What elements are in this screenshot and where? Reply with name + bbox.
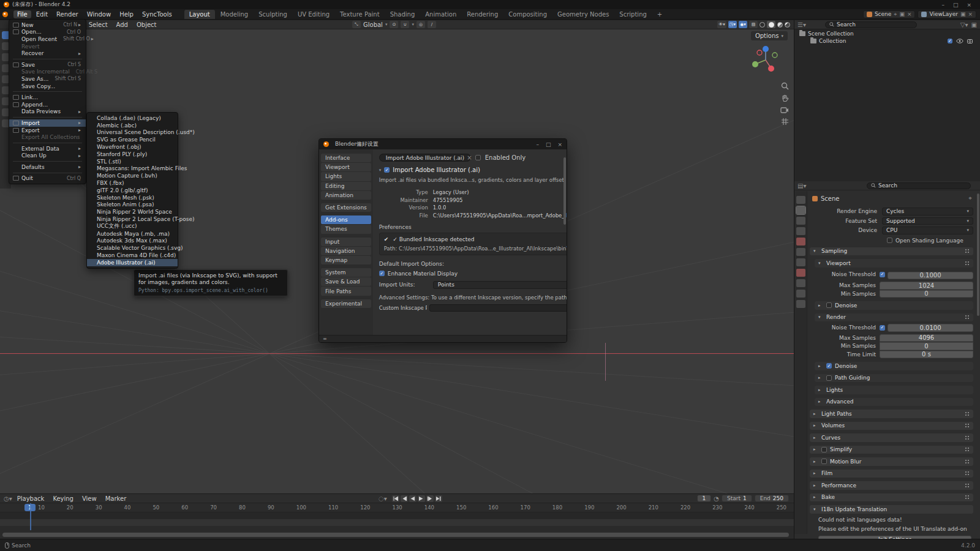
workspace-tab[interactable]: Sculpting [254, 10, 292, 19]
workspace-tab[interactable]: Scripting [614, 10, 651, 19]
i18n-section-header[interactable]: ▾ I18n Update Translation [810, 505, 973, 514]
pin-icon[interactable]: ⌖ [968, 195, 972, 202]
shading-wireframe-button[interactable] [760, 22, 765, 28]
panel-options-icon[interactable] [965, 495, 970, 500]
timeline-scrollbar[interactable] [2, 533, 789, 537]
properties-section-header[interactable]: ▸ Curves [810, 433, 973, 442]
orientation-icon[interactable]: ⤡ [352, 21, 361, 28]
render-denoise-checkbox[interactable]: ✓ [826, 363, 832, 369]
collection-checkbox[interactable]: ✓ [948, 39, 952, 43]
close-button[interactable]: × [967, 2, 971, 8]
frame-end-field[interactable]: End250 [755, 495, 789, 502]
file-menu-item[interactable]: Recover ▸ [9, 50, 86, 57]
disable-render-camera-icon[interactable] [967, 39, 974, 43]
properties-search-input[interactable]: Search [867, 182, 971, 189]
copy-icon[interactable]: ▣ [960, 11, 966, 17]
menu-item[interactable]: File [13, 10, 31, 18]
timeline-menu[interactable]: Marker [102, 495, 130, 502]
timeline-ruler[interactable]: 10 20 30 40 50 60 70 80 90 100 110 [0, 503, 794, 512]
unlink-icon[interactable]: × [907, 11, 912, 17]
vp-denoise-header[interactable]: ▸ Denoise [815, 301, 973, 310]
workspace-tab[interactable]: Shading [385, 10, 420, 19]
viewport-menu[interactable]: Add [112, 21, 132, 28]
import-menu-item[interactable]: Megascans: Import Alembic Files [87, 165, 178, 173]
import-menu-item[interactable]: Skeleton Mesh (.psk) [87, 194, 178, 201]
preferences-sidebar-item[interactable]: Save & Load [321, 277, 371, 286]
auto-keying-button[interactable]: ◌▾ [379, 495, 387, 502]
play-reverse-button[interactable] [409, 495, 417, 502]
frame-start-field[interactable]: Start1 [722, 495, 752, 502]
pivot-point-button[interactable]: ⊙ [390, 21, 398, 28]
render-subsection-header[interactable]: ▾ Render [815, 313, 973, 322]
workspace-tab[interactable]: Layout [184, 10, 215, 19]
next-keyframe-button[interactable] [426, 495, 434, 502]
file-menu-item[interactable]: External Data ▸ [9, 145, 86, 152]
preferences-sidebar-item[interactable]: System [321, 268, 371, 277]
zoom-icon[interactable] [781, 82, 789, 90]
import-menu-item[interactable]: Autodesk 3ds Max (.max) [87, 238, 178, 245]
transform-orientation[interactable]: Global [363, 21, 383, 28]
timeline-menu[interactable]: Playback [13, 495, 48, 502]
expand-arrow-icon[interactable]: ▾ [379, 168, 382, 173]
file-menu-item[interactable]: Export All Collections ▸ [9, 133, 86, 141]
current-frame-field[interactable]: 1 [697, 495, 712, 502]
import-menu-item[interactable]: Motion Capture (.bvh) [87, 172, 178, 179]
workspace-tab[interactable]: UV Editing [293, 10, 334, 19]
visibility-dropdown[interactable]: 👁▾ [717, 21, 726, 28]
import-menu-item[interactable]: Autodesk Maya (.mb, .ma) [87, 230, 178, 238]
remove-icon[interactable]: × [968, 11, 973, 17]
menu-item[interactable]: Edit [32, 10, 51, 18]
preferences-sidebar-item[interactable]: Get Extensions [321, 203, 371, 212]
xray-toggle[interactable]: ▧ [749, 21, 758, 28]
panel-options-icon[interactable] [965, 261, 970, 266]
navigation-gizmo[interactable] [748, 43, 783, 77]
viewport-menu[interactable]: Select [85, 21, 112, 28]
preferences-sidebar-item[interactable]: Experimental [321, 299, 371, 308]
preferences-sidebar-item[interactable]: Interface [321, 154, 371, 162]
properties-section-header[interactable]: ▸ Bake [810, 493, 973, 502]
path-guiding-checkbox[interactable] [826, 375, 832, 381]
output-tab[interactable] [796, 217, 805, 225]
file-menu-item[interactable]: ▸ [13, 161, 82, 162]
feature-set-dropdown[interactable]: Supported▾ [882, 217, 973, 225]
import-menu-item[interactable]: Universal Scene Description (.usd*) [87, 129, 178, 137]
snap-magnet-button[interactable]: ∪ [401, 21, 409, 28]
render-noise-checkbox[interactable]: ✓ [880, 325, 885, 331]
properties-section-header[interactable]: ▸ Motion Blur [810, 457, 973, 466]
workspace-tab[interactable]: Texture Paint [335, 10, 385, 19]
vp-max-samples-field[interactable]: 1024 [880, 282, 973, 290]
addon-enable-checkbox[interactable]: ✓ [384, 167, 390, 173]
sampling-section-header[interactable]: ▾ Sampling [810, 247, 973, 256]
file-menu-item[interactable]: Open Recent Shift Ctrl O ▸ [9, 36, 86, 43]
outliner-row-collection[interactable]: Collection ✓ [794, 37, 980, 44]
preferences-sidebar-item[interactable]: Input [321, 238, 371, 246]
pin-icon[interactable]: ⌖ [894, 11, 897, 18]
menu-item[interactable]: SyncTools [138, 10, 176, 18]
custom-inkscape-path-input[interactable] [429, 304, 567, 312]
addon-search-input[interactable]: Import Adobe Illustrator (.ai) × [379, 154, 471, 162]
preferences-scrollbar[interactable] [564, 157, 566, 225]
copy-icon[interactable]: ▣ [899, 11, 905, 17]
outliner-row-scene-collection[interactable]: Scene Collection [794, 29, 980, 37]
section-checkbox[interactable] [821, 459, 827, 464]
shading-material-button[interactable] [777, 22, 783, 28]
enabled-only-checkbox[interactable] [475, 155, 481, 160]
render-tab[interactable] [796, 206, 805, 214]
gizmos-toggle[interactable]: ◳▾ [728, 21, 737, 28]
move-view-hand-icon[interactable] [781, 94, 789, 102]
clear-search-icon[interactable]: × [467, 154, 472, 161]
render-engine-dropdown[interactable]: Cycles▾ [882, 208, 973, 216]
workspace-tab[interactable]: + [652, 10, 667, 19]
hamburger-menu-icon[interactable]: ≡ [323, 336, 327, 342]
menu-item[interactable]: Window [83, 10, 115, 18]
file-menu-item[interactable]: Save Incremental Ctrl Alt S ▸ [9, 69, 86, 76]
preferences-sidebar-item[interactable]: Viewport [321, 163, 371, 171]
workspace-tab[interactable]: Modeling [216, 10, 254, 19]
maximize-button[interactable]: □ [953, 2, 959, 8]
file-menu-item[interactable]: Data Previews ▸ [9, 108, 86, 116]
import-menu-item[interactable]: Collada (.dae) (Legacy) [87, 114, 178, 122]
outliner-search-input[interactable]: Search [825, 21, 917, 28]
panel-options-icon[interactable] [965, 471, 970, 476]
vp-min-samples-field[interactable]: 0 [880, 290, 973, 298]
import-menu-item[interactable]: Alembic (.abc) [87, 122, 178, 129]
